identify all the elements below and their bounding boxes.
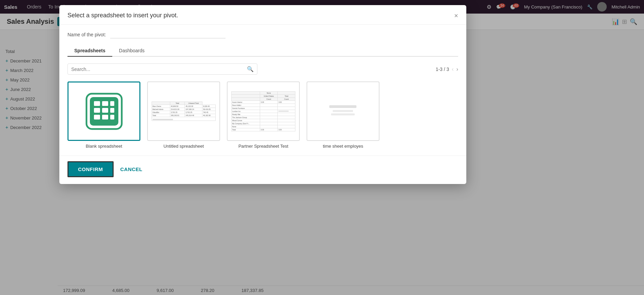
svg-rect-4 <box>110 101 114 106</box>
pagination-next-button[interactable]: › <box>456 66 458 72</box>
tab-spreadsheets[interactable]: Spreadsheets <box>67 45 112 57</box>
svg-rect-8 <box>94 115 100 119</box>
untitled-spreadsheet-preview: TotalUntaxed Total Marc Demo40,969.5045,… <box>152 102 216 121</box>
search-input[interactable] <box>71 67 244 72</box>
pivot-name-input[interactable] <box>110 32 226 38</box>
tab-dashboards[interactable]: Dashboards <box>112 45 152 57</box>
pagination: 1-3 / 3 ‹ › <box>436 66 458 72</box>
svg-rect-7 <box>110 108 114 113</box>
partner-spreadsheet-label: Partner Spreadsheet Test <box>238 144 288 149</box>
confirm-button[interactable]: CONFIRM <box>67 161 114 177</box>
spreadsheet-card-blank[interactable]: Blank spreadsheet <box>67 81 140 149</box>
untitled-spreadsheet-thumb: TotalUntaxed Total Marc Demo40,969.5045,… <box>147 81 220 141</box>
pagination-prev-button[interactable]: ‹ <box>452 66 453 72</box>
timesheet-spreadsheet-thumb <box>307 81 379 141</box>
svg-rect-5 <box>94 108 100 113</box>
spreadsheet-select-modal: Select a spreadsheet to insert your pivo… <box>59 5 466 184</box>
pivot-name-row: Name of the pivot: <box>67 32 458 38</box>
partner-spreadsheet-thumb: None United StatesTotal CountCount Azure… <box>227 81 300 141</box>
blank-spreadsheet-thumb <box>67 81 140 141</box>
spreadsheet-card-untitled[interactable]: TotalUntaxed Total Marc Demo40,969.5045,… <box>147 81 220 149</box>
spreadsheet-card-timesheet[interactable]: time sheet employes <box>307 81 379 149</box>
modal-header: Select a spreadsheet to insert your pivo… <box>59 5 466 25</box>
modal-title: Select a spreadsheet to insert your pivo… <box>67 12 178 19</box>
modal-body: Name of the pivot: Spreadsheets Dashboar… <box>59 25 466 155</box>
search-row: 🔍 1-3 / 3 ‹ › <box>67 63 458 75</box>
blank-spreadsheet-icon <box>84 91 124 132</box>
cancel-button[interactable]: CANCEL <box>120 166 143 172</box>
modal-close-button[interactable]: × <box>454 12 458 19</box>
svg-rect-9 <box>102 115 108 119</box>
svg-rect-3 <box>102 101 108 106</box>
svg-rect-6 <box>102 108 108 113</box>
spreadsheet-grid: Blank spreadsheet TotalUntaxed Total Mar… <box>67 81 458 149</box>
pivot-name-label: Name of the pivot: <box>67 32 106 37</box>
untitled-spreadsheet-label: Untitled spreadsheet <box>163 144 204 149</box>
tabs: Spreadsheets Dashboards <box>67 45 458 57</box>
svg-rect-10 <box>110 115 114 119</box>
svg-rect-2 <box>94 101 100 106</box>
pagination-text: 1-3 / 3 <box>436 67 449 72</box>
blank-spreadsheet-label: Blank spreadsheet <box>86 144 122 149</box>
search-icon: 🔍 <box>247 66 254 72</box>
search-input-wrap: 🔍 <box>67 63 257 75</box>
spreadsheet-card-partner[interactable]: None United StatesTotal CountCount Azure… <box>227 81 300 149</box>
timesheet-spreadsheet-label: time sheet employes <box>323 144 363 149</box>
partner-spreadsheet-preview: None United StatesTotal CountCount Azure… <box>231 91 296 131</box>
modal-footer: CONFIRM CANCEL <box>59 155 466 184</box>
